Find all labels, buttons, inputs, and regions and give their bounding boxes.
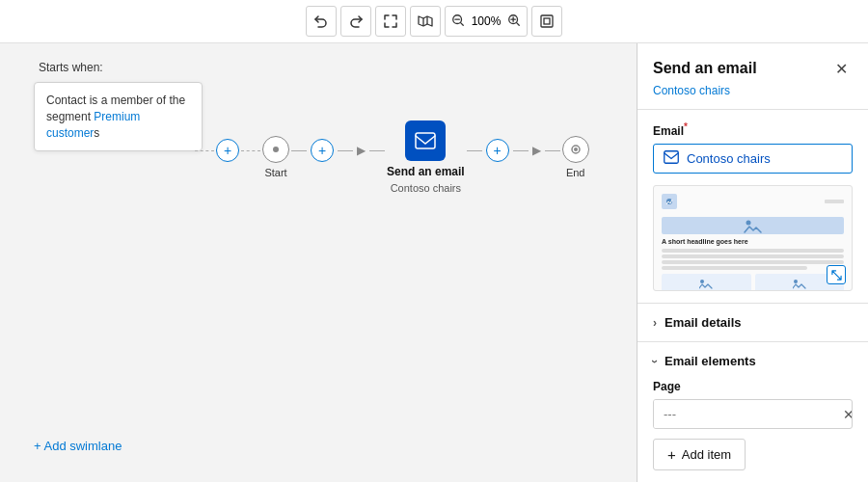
svg-rect-3 — [544, 18, 550, 24]
email-input[interactable]: Contoso chairs — [653, 144, 853, 174]
main-content: Starts when: Contact is a member of the … — [0, 43, 868, 482]
email-node[interactable]: Send an email Contoso chairs — [387, 120, 465, 194]
add-node-button-2[interactable]: + — [311, 139, 334, 162]
page-input[interactable] — [654, 400, 835, 428]
close-button[interactable]: ✕ — [829, 57, 853, 80]
starts-when-label: Starts when: — [39, 61, 103, 74]
solid-connector-5 — [513, 150, 529, 151]
add-node-button-1[interactable]: + — [216, 139, 239, 162]
zoom-control[interactable]: 100% — [445, 6, 529, 37]
svg-point-12 — [794, 280, 798, 283]
undo-button[interactable] — [306, 6, 337, 37]
email-field-label: Email* — [653, 121, 853, 138]
email-details-chevron: › — [653, 316, 657, 330]
page-clear-button[interactable]: ✕ — [835, 407, 853, 422]
email-elements-label: Email elements — [665, 354, 756, 368]
start-circle — [262, 136, 289, 163]
preview-headline: A short headline goes here — [662, 238, 844, 245]
arrow-right: ▶ — [357, 144, 366, 157]
svg-rect-5 — [416, 133, 435, 148]
svg-rect-2 — [541, 15, 553, 27]
trigger-box[interactable]: Contact is a member of the segment Premi… — [34, 82, 203, 151]
solid-connector-3 — [369, 150, 385, 151]
email-node-icon[interactable] — [405, 120, 446, 161]
email-value: Contoso chairs — [687, 151, 771, 166]
canvas[interactable]: Starts when: Contact is a member of the … — [0, 43, 637, 482]
end-circle — [562, 136, 589, 163]
page-field[interactable]: ✕ — [653, 399, 853, 429]
add-item-plus-icon: + — [667, 446, 676, 463]
start-node: Start — [262, 136, 289, 178]
svg-rect-8 — [665, 151, 679, 164]
zoom-value: 100% — [469, 14, 504, 28]
solid-connector-2 — [338, 150, 353, 151]
fit-button[interactable] — [531, 6, 562, 37]
close-icon: ✕ — [835, 60, 848, 78]
add-item-label: Add item — [682, 447, 731, 462]
add-node-button-3[interactable]: + — [486, 139, 509, 162]
email-preview[interactable]: A short headline goes here — [653, 185, 853, 291]
right-panel: Send an email ✕ Contoso chairs Email* Co… — [637, 43, 868, 482]
dashed-connector-2 — [241, 150, 260, 151]
svg-point-11 — [700, 280, 704, 283]
solid-connector-4 — [467, 150, 482, 151]
email-node-sublabel: Contoso chairs — [391, 182, 461, 194]
preview-cards — [662, 274, 844, 291]
end-node: End — [562, 136, 589, 178]
svg-point-7 — [574, 147, 578, 151]
preview-text-lines — [662, 249, 844, 270]
trigger-text-2: s — [94, 126, 99, 140]
solid-connector-1 — [291, 150, 307, 151]
svg-point-4 — [273, 147, 279, 152]
email-elements-header[interactable]: › Email elements — [637, 342, 868, 380]
preview-expand-button[interactable] — [827, 265, 846, 284]
page-label: Page — [653, 380, 853, 393]
solid-connector-6 — [545, 150, 560, 151]
add-swimlane-label: + Add swimlane — [34, 439, 122, 453]
zoom-out-button[interactable] — [449, 13, 467, 30]
email-details-section: › Email details — [637, 303, 868, 341]
end-label: End — [566, 167, 585, 178]
preview-hero — [662, 217, 844, 234]
panel-header: Send an email ✕ — [637, 43, 868, 84]
email-details-label: Email details — [665, 315, 741, 330]
expand-button[interactable] — [375, 6, 406, 37]
preview-header — [662, 194, 844, 213]
preview-inner: A short headline goes here — [654, 186, 852, 290]
arrow-right-2: ▶ — [532, 144, 541, 157]
panel-subtitle[interactable]: Contoso chairs — [637, 84, 868, 109]
mail-icon — [664, 150, 679, 167]
email-elements-section: › Email elements Page ✕ + Add item — [637, 341, 868, 482]
toolbar: 100% — [0, 0, 868, 43]
email-section: Email* Contoso chairs — [637, 110, 868, 185]
zoom-in-button[interactable] — [505, 13, 523, 30]
panel-title: Send an email — [653, 60, 757, 77]
dashed-connector-1 — [195, 150, 214, 151]
add-item-button[interactable]: + Add item — [653, 439, 746, 470]
email-node-label: Send an email — [387, 165, 465, 178]
redo-button[interactable] — [340, 6, 371, 37]
svg-point-10 — [746, 221, 750, 226]
email-elements-chevron: › — [648, 360, 662, 363]
flow-diagram: + Start + ▶ — [193, 120, 589, 194]
map-button[interactable] — [410, 6, 441, 37]
email-details-header[interactable]: › Email details — [637, 304, 868, 341]
add-swimlane-button[interactable]: + Add swimlane — [34, 439, 122, 453]
email-elements-body: Page ✕ + Add item — [637, 380, 868, 482]
start-label: Start — [264, 167, 286, 178]
preview-card-1 — [662, 274, 751, 291]
